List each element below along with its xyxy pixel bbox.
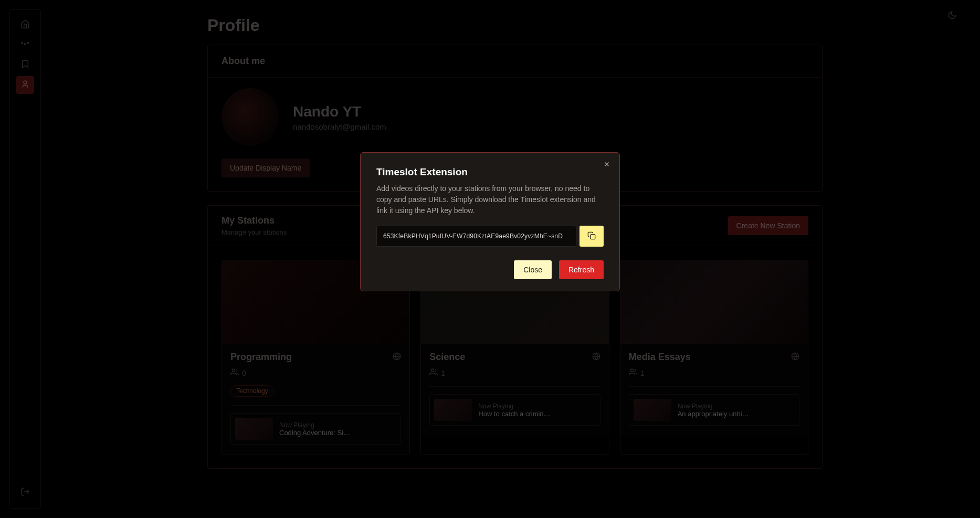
copy-icon: [587, 231, 596, 241]
refresh-button[interactable]: Refresh: [559, 260, 604, 279]
modal-overlay[interactable]: Timeslot Extension Add videos directly t…: [0, 0, 980, 518]
modal-actions: Close Refresh: [376, 260, 604, 279]
modal-title: Timeslot Extension: [376, 166, 604, 178]
copy-button[interactable]: [579, 226, 604, 247]
close-icon: [603, 161, 610, 170]
extension-modal: Timeslot Extension Add videos directly t…: [360, 152, 620, 291]
api-key-row: 653KfeBkPHVq1PufUV-EW7d90KztAE9ae9Bv02yv…: [376, 226, 604, 247]
close-button[interactable]: Close: [514, 260, 552, 279]
modal-close-button[interactable]: [602, 160, 612, 171]
svg-rect-14: [591, 235, 595, 239]
modal-description: Add videos directly to your stations fro…: [376, 183, 604, 216]
api-key-field[interactable]: 653KfeBkPHVq1PufUV-EW7d90KztAE9ae9Bv02yv…: [376, 226, 576, 247]
